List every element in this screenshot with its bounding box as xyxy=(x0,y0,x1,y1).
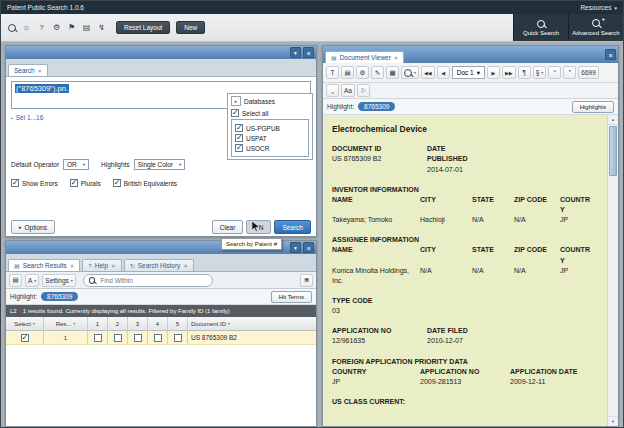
collapse-icon[interactable]: ▾ xyxy=(290,242,301,253)
scrollbar-thumb[interactable] xyxy=(609,126,617,176)
tag-1-checkbox[interactable] xyxy=(94,334,102,342)
gear-icon[interactable]: ⚙ xyxy=(50,21,63,34)
scroll-down-icon[interactable]: ▼ xyxy=(608,416,618,426)
british-equivalents-checkbox[interactable]: British Equivalents xyxy=(113,179,177,187)
collapse-icon[interactable]: ▾ xyxy=(290,47,301,58)
chevron-down-icon: ▾ xyxy=(614,5,617,11)
column-header-result[interactable]: Res...▾ xyxy=(44,317,88,330)
prev-doc-button[interactable]: ◀ xyxy=(437,66,450,79)
highlight-term-badge[interactable]: 8765309 xyxy=(358,102,395,111)
font-icon[interactable]: Aa xyxy=(341,84,355,97)
quotes-icon[interactable]: „ xyxy=(326,84,339,97)
tag-icon[interactable]: ⚐ xyxy=(357,84,370,97)
column-header-tag5[interactable]: 5 xyxy=(168,317,188,330)
search-button[interactable]: Search xyxy=(274,220,311,234)
panel-menu-icon[interactable]: ≡ xyxy=(605,49,616,60)
gear-icon[interactable]: ⚙ xyxy=(356,66,369,79)
flag-icon[interactable]: ⚑ xyxy=(65,21,78,34)
highlights-button[interactable]: Highlights xyxy=(572,101,614,113)
tab-help[interactable]: ? Help ✕ xyxy=(82,259,121,271)
tab-search[interactable]: Search ✕ xyxy=(8,64,48,76)
highlights-value: Single Color xyxy=(138,161,173,168)
select-all-checkbox[interactable]: Select all xyxy=(231,109,309,117)
panel-menu-icon[interactable]: ≡ xyxy=(303,242,314,253)
new-button[interactable]: New xyxy=(176,21,205,34)
db-us-pgpub-checkbox[interactable]: US-PGPUB xyxy=(235,124,305,132)
highlight-term-badge[interactable]: 8765309 xyxy=(41,292,78,301)
quick-search-button[interactable]: Quick Search xyxy=(513,14,568,41)
row-select-checkbox[interactable] xyxy=(21,334,29,342)
column-header-tag1[interactable]: 1 xyxy=(88,317,108,330)
last-doc-button[interactable]: ▶▶ xyxy=(502,66,516,79)
db-uspat-checkbox[interactable]: USPAT xyxy=(235,134,305,142)
zoom-icon[interactable]: ▾ xyxy=(401,66,419,79)
paragraph-icon[interactable]: ¶ xyxy=(518,66,531,79)
viewer-scrollbar[interactable]: ▲ ▼ xyxy=(607,115,618,426)
hit-terms-button[interactable]: Hit Terms xyxy=(271,291,312,303)
cite-icon[interactable]: 6699 xyxy=(578,66,598,79)
column-header-tag2[interactable]: 2 xyxy=(108,317,128,330)
bulb-icon[interactable]: ☼ xyxy=(20,21,33,34)
british-equivalents-label: British Equivalents xyxy=(124,180,177,187)
highlights-select[interactable]: Single Color ▾ xyxy=(134,159,186,170)
search-plus-icon: + xyxy=(592,19,600,28)
section-icon[interactable]: §▾ xyxy=(533,66,547,79)
close-icon[interactable]: ✕ xyxy=(38,68,43,74)
tag-4-checkbox[interactable] xyxy=(154,334,162,342)
show-errors-checkbox[interactable]: Show Errors xyxy=(11,179,58,187)
search-results-panel: ▾ ≡ ▤ Search Results ✕ ? Help ✕ ↻ Search… xyxy=(5,240,317,426)
clear-button[interactable]: Clear xyxy=(212,220,244,234)
first-doc-button[interactable]: ◀◀ xyxy=(421,66,435,79)
search-icon xyxy=(89,277,95,284)
find-within-input[interactable] xyxy=(98,276,207,285)
list-icon[interactable]: ▤ xyxy=(80,21,93,34)
tab-document-viewer[interactable]: ▤ Document Viewer ✕ xyxy=(325,51,404,63)
doc-number-select[interactable]: Doc 1 ▾ xyxy=(452,66,485,79)
font-size-icon[interactable]: A ▾ xyxy=(25,274,39,287)
resources-menu[interactable]: Resources ▾ xyxy=(580,4,617,11)
chevron-down-icon: ▾ xyxy=(228,321,230,326)
close-icon[interactable]: ✕ xyxy=(183,263,188,269)
tab-search-history[interactable]: ↻ Search History ✕ xyxy=(124,259,194,271)
bolt-icon[interactable]: ↯ xyxy=(95,21,108,34)
column-header-document-id[interactable]: Document ID▾ xyxy=(188,317,316,330)
tag-5-checkbox[interactable] xyxy=(174,334,182,342)
column-header-tag4[interactable]: 4 xyxy=(148,317,168,330)
annotate-icon[interactable]: ✎ xyxy=(371,66,384,79)
tab-search-results[interactable]: ▤ Search Results ✕ xyxy=(8,259,80,271)
result-document-id[interactable]: US 8765309 B2 xyxy=(188,331,316,344)
print-icon[interactable]: ▤ xyxy=(341,66,354,79)
image-icon[interactable]: ▦ xyxy=(386,66,399,79)
checkbox-icon xyxy=(235,124,243,132)
quote-open-icon[interactable]: “ xyxy=(548,66,561,79)
tab-help-label: Help xyxy=(95,262,108,269)
next-doc-button[interactable]: ▶ xyxy=(487,66,500,79)
quote-close-icon[interactable]: ” xyxy=(563,66,576,79)
settings-button[interactable]: Settings ▾ xyxy=(42,274,76,287)
document-icon: ▤ xyxy=(14,262,20,269)
font-settings-icon[interactable]: T xyxy=(326,66,339,79)
advanced-search-button[interactable]: + Advanced Search xyxy=(568,14,623,41)
reset-layout-button[interactable]: Reset Layout xyxy=(116,21,170,34)
close-icon[interactable]: ✕ xyxy=(394,55,399,61)
close-icon[interactable]: ✕ xyxy=(70,263,75,269)
results-row[interactable]: 1 US 8765309 B2 xyxy=(6,331,316,345)
tag-2-checkbox[interactable] xyxy=(114,334,122,342)
expand-icon[interactable]: ▸ xyxy=(231,96,241,106)
default-operator-select[interactable]: OR ▾ xyxy=(63,159,89,170)
column-header-tag3[interactable]: 3 xyxy=(128,317,148,330)
view-menu-icon[interactable]: ≣ xyxy=(300,274,313,287)
options-button[interactable]: ▸ Options xyxy=(11,220,55,234)
print-icon[interactable]: ▤ xyxy=(9,274,22,287)
search-icon[interactable] xyxy=(5,21,18,34)
search-mode-buttons: Quick Search + Advanced Search xyxy=(513,14,623,41)
column-header-select[interactable]: Select▾ xyxy=(6,317,44,330)
foreign-application-no: 2009-281513 xyxy=(420,377,510,387)
help-icon[interactable]: ? xyxy=(35,21,48,34)
panel-menu-icon[interactable]: ≡ xyxy=(303,47,314,58)
db-usocr-checkbox[interactable]: USOCR xyxy=(235,144,305,152)
close-icon[interactable]: ✕ xyxy=(111,263,116,269)
scroll-up-icon[interactable]: ▲ xyxy=(608,115,618,125)
tag-3-checkbox[interactable] xyxy=(134,334,142,342)
plurals-checkbox[interactable]: Plurals xyxy=(70,179,101,187)
